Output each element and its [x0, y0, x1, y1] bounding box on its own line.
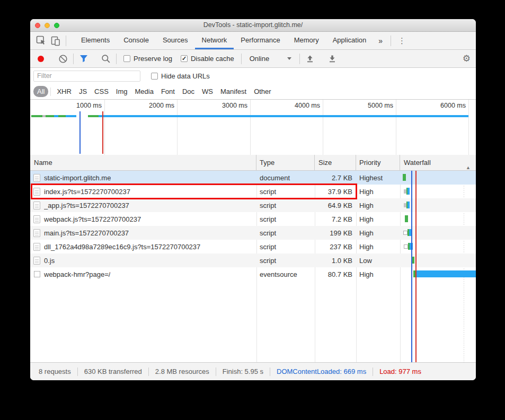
table-row[interactable]: 0.jsscript1.0 KBLow — [30, 253, 476, 267]
more-tabs-chevron-icon[interactable]: » — [373, 37, 388, 45]
checkbox-unchecked[interactable] — [123, 55, 130, 62]
column-header-name[interactable]: Name — [30, 155, 256, 170]
summary-item: 630 KB transferred — [78, 368, 148, 375]
settings-gear-icon[interactable]: ⚙ — [463, 53, 471, 64]
panel-tabs: ElementsConsoleSourcesNetworkPerformance… — [74, 32, 373, 49]
devtools-tabbar: ElementsConsoleSourcesNetworkPerformance… — [30, 32, 476, 50]
waterfall-download-segment — [407, 202, 410, 208]
minimize-button[interactable] — [45, 23, 50, 28]
tab-memory[interactable]: Memory — [287, 32, 326, 49]
search-icon[interactable] — [99, 51, 113, 66]
type-filter-media[interactable]: Media — [131, 86, 157, 97]
table-row[interactable]: _app.js?ts=1572270700237script64.9 KBHig… — [30, 198, 476, 212]
column-header-type[interactable]: Type — [256, 155, 315, 170]
divider — [50, 88, 51, 96]
type-filter-manifest[interactable]: Manifest — [217, 86, 250, 97]
type-filter-xhr[interactable]: XHR — [53, 86, 75, 97]
throttling-dropdown[interactable]: Online — [250, 55, 292, 63]
overview-load-line — [102, 111, 103, 154]
type-filter-doc[interactable]: Doc — [179, 86, 198, 97]
devtools-menu-icon[interactable]: ⋮ — [394, 36, 410, 46]
import-har-icon[interactable] — [303, 51, 317, 66]
waterfall-stalled-box — [403, 231, 407, 235]
hide-data-urls-label: Hide data URLs — [161, 72, 210, 80]
timeline-overview[interactable]: 1000 ms2000 ms3000 ms4000 ms5000 ms6000 … — [30, 100, 476, 155]
load-event-line — [415, 171, 417, 362]
inspect-element-icon[interactable] — [33, 33, 48, 48]
file-document-icon — [33, 215, 40, 223]
table-row[interactable]: static-import.glitch.medocument2.7 KBHig… — [30, 171, 476, 185]
preserve-log-checkbox[interactable]: Preserve log — [123, 55, 172, 63]
type-filter-other[interactable]: Other — [250, 86, 275, 97]
network-toolbar: Preserve log ✓ Disable cache Online ⚙ — [30, 50, 476, 68]
request-name: dll_1762a4d98a7289ec16c9.js?ts=157227070… — [44, 243, 200, 251]
table-row[interactable]: webpack-hmr?page=/eventsource80.7 KBHigh — [30, 267, 476, 281]
tab-application[interactable]: Application — [326, 32, 374, 49]
checkbox-checked[interactable]: ✓ — [181, 55, 188, 62]
cell-type: script — [256, 226, 315, 240]
cell-name: _app.js?ts=1572270700237 — [30, 198, 256, 212]
waterfall-bar — [405, 215, 408, 222]
zoom-button[interactable] — [54, 23, 59, 28]
waterfall-bar — [406, 202, 410, 208]
overview-gridline — [250, 100, 251, 155]
filter-input[interactable] — [33, 71, 140, 82]
request-name: webpack.js?ts=1572270700237 — [44, 215, 141, 223]
divider — [116, 54, 117, 64]
checkbox-unchecked[interactable] — [151, 73, 158, 80]
overview-activity-segment — [58, 115, 66, 117]
table-row[interactable]: webpack.js?ts=1572270700237script7.2 KBH… — [30, 212, 476, 226]
column-header-size[interactable]: Size — [315, 155, 356, 170]
overview-activity-segment — [99, 115, 468, 117]
filter-funnel-icon[interactable] — [76, 51, 91, 66]
divider — [299, 54, 300, 64]
waterfall-stalled-box — [404, 244, 408, 249]
disable-cache-checkbox[interactable]: ✓ Disable cache — [181, 55, 234, 63]
tab-performance[interactable]: Performance — [234, 32, 287, 49]
overview-gridline — [104, 100, 105, 155]
cell-name: static-import.glitch.me — [30, 171, 256, 185]
type-filter-css[interactable]: CSS — [91, 86, 112, 97]
overview-tick-label: 6000 ms — [440, 102, 468, 109]
summary-bar: 8 requests630 KB transferred2.8 MB resou… — [30, 362, 476, 380]
overview-gridline — [468, 100, 469, 155]
devtools-window: DevTools - static-import.glitch.me/ Elem… — [30, 19, 476, 380]
tab-console[interactable]: Console — [117, 32, 156, 49]
request-name: 0.js — [44, 257, 55, 265]
table-row[interactable]: dll_1762a4d98a7289ec16c9.js?ts=157227070… — [30, 240, 476, 253]
cell-size: 2.7 KB — [315, 171, 356, 185]
device-toolbar-icon[interactable] — [48, 33, 63, 48]
export-har-icon[interactable] — [325, 51, 340, 66]
summary-item: 8 requests — [32, 368, 77, 375]
cell-size: 64.9 KB — [315, 198, 356, 212]
overview-activity-segment — [66, 115, 76, 117]
type-filter-img[interactable]: Img — [112, 86, 131, 97]
overview-tick-label: 5000 ms — [368, 102, 396, 109]
close-button[interactable] — [35, 23, 40, 28]
hide-data-urls-checkbox[interactable]: Hide data URLs — [151, 72, 210, 80]
cell-type: script — [256, 240, 315, 253]
table-row[interactable]: main.js?ts=1572270700237script199 KBHigh — [30, 226, 476, 240]
summary-item: Finish: 5.95 s — [216, 368, 270, 375]
type-filter-ws[interactable]: WS — [198, 86, 217, 97]
tab-network[interactable]: Network — [195, 32, 234, 49]
type-filter-font[interactable]: Font — [157, 86, 179, 97]
clear-icon[interactable] — [56, 51, 70, 66]
overview-gridline — [177, 100, 178, 155]
cell-priority: High — [356, 226, 400, 240]
window-title: DevTools - static-import.glitch.me/ — [30, 19, 476, 31]
waterfall-bar — [408, 243, 413, 250]
tab-elements[interactable]: Elements — [74, 32, 117, 49]
filter-row: Hide data URLs — [30, 68, 476, 84]
column-header-priority[interactable]: Priority — [356, 155, 400, 170]
record-button[interactable] — [38, 56, 44, 62]
preserve-log-label: Preserve log — [134, 55, 172, 63]
column-header-waterfall[interactable]: Waterfall ▲ — [400, 155, 476, 170]
type-filter-js[interactable]: JS — [75, 86, 91, 97]
tab-sources[interactable]: Sources — [156, 32, 195, 49]
type-filter-all[interactable]: All — [33, 86, 48, 97]
file-document-icon — [33, 174, 40, 182]
cell-name: webpack-hmr?page=/ — [30, 267, 256, 281]
cell-name: dll_1762a4d98a7289ec16c9.js?ts=157227070… — [30, 240, 256, 253]
cell-type: document — [256, 171, 315, 185]
